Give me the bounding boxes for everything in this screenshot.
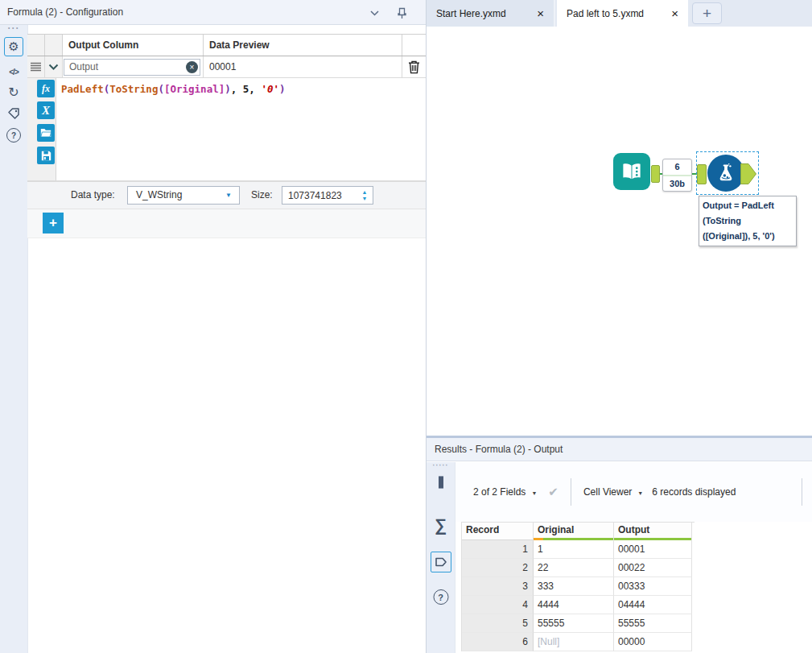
hamburger-icon: [31, 62, 41, 72]
connection-progress-badge[interactable]: 6 30b: [662, 159, 692, 192]
expression-row: × 00001: [27, 56, 426, 78]
column-header-output[interactable]: Output: [614, 523, 692, 540]
original-cell[interactable]: 4444: [534, 596, 614, 614]
tab-label: Pad left to 5.yxmd: [567, 8, 665, 19]
variables-button[interactable]: X: [37, 101, 55, 119]
new-tab-button[interactable]: +: [692, 2, 722, 24]
apply-check-icon[interactable]: ✔: [548, 485, 559, 499]
output-cell[interactable]: 04444: [614, 596, 692, 614]
toolbar-divider: [802, 478, 802, 506]
panel-pin-button[interactable]: [394, 6, 410, 20]
caret-down-icon[interactable]: ▼: [531, 490, 537, 496]
results-help-button[interactable]: ?: [433, 589, 448, 605]
records-view-button[interactable]: [439, 477, 443, 488]
table-row[interactable]: 6[Null]00000: [462, 633, 695, 651]
record-cell[interactable]: 4: [462, 596, 534, 614]
record-cell[interactable]: 5: [462, 614, 534, 633]
refresh-icon: ↻: [8, 85, 19, 100]
tab-start-here[interactable]: Start Here.yxmd ×: [427, 0, 555, 27]
fields-dropdown[interactable]: 2 of 2 Fields: [473, 486, 526, 498]
plus-icon: +: [703, 5, 711, 23]
spinner-up-icon[interactable]: ▲: [362, 189, 368, 196]
tab-expression-editor[interactable]: </>: [9, 68, 18, 76]
functions-button[interactable]: fx: [37, 80, 55, 97]
record-cell[interactable]: 6: [462, 633, 534, 651]
results-table: Record Original Output 11000012220002233…: [461, 522, 695, 651]
formula-token: PadLeft: [61, 83, 104, 95]
output-cell[interactable]: 00022: [614, 559, 692, 577]
tab-help[interactable]: ?: [6, 128, 21, 143]
tab-pad-left-to-5[interactable]: Pad left to 5.yxmd ×: [557, 0, 688, 27]
caret-down-icon[interactable]: ▼: [637, 490, 643, 496]
data-size: 30b: [663, 176, 691, 192]
formula-tool[interactable]: [707, 155, 744, 192]
gear-icon: ⚙: [8, 39, 19, 54]
formula-output-anchor[interactable]: [740, 163, 756, 184]
original-cell[interactable]: 1: [534, 540, 614, 559]
data-view-button[interactable]: [431, 552, 451, 572]
formula-expression[interactable]: PadLeft(ToString([Original]), 5, '0'): [61, 83, 422, 95]
original-cell[interactable]: 333: [534, 577, 614, 596]
output-cell[interactable]: 00000: [614, 633, 692, 651]
column-header-record[interactable]: Record: [462, 523, 534, 540]
add-expression-button[interactable]: +: [43, 213, 64, 234]
variable-x-icon: X: [42, 104, 50, 118]
output-anchor[interactable]: [651, 165, 660, 183]
data-preview-value: 00001: [209, 61, 236, 72]
tool-annotation[interactable]: Output = PadLeft (ToString ([Original]),…: [699, 196, 797, 246]
open-expression-button[interactable]: [37, 124, 55, 142]
text-input-tool[interactable]: [613, 153, 650, 190]
record-cell[interactable]: 1: [462, 540, 534, 559]
configuration-panel: Formula (2) - Configuration ··· ⚙ </>: [0, 0, 427, 653]
output-column-input[interactable]: [64, 59, 200, 76]
original-cell[interactable]: 55555: [534, 614, 614, 633]
data-type-dropdown[interactable]: V_WString ▼: [127, 186, 240, 205]
table-row[interactable]: 55555555555: [462, 614, 695, 633]
workflow-canvas[interactable]: 6 30b Output = PadLeft (ToString ([Origi…: [427, 27, 812, 436]
drag-handle-dots[interactable]: ·····: [427, 461, 455, 469]
table-row[interactable]: 22200022: [462, 559, 695, 577]
save-expression-button[interactable]: [37, 147, 55, 164]
close-tab-icon[interactable]: ×: [537, 7, 544, 19]
size-spinner: ▲ ▼: [358, 187, 371, 204]
profile-view-button[interactable]: ∑: [435, 515, 447, 535]
expression-drag-handle[interactable]: [27, 56, 45, 77]
tab-annotation[interactable]: [7, 107, 20, 120]
formula-token: (: [158, 83, 164, 95]
clear-field-button[interactable]: ×: [186, 61, 198, 73]
panel-collapse-button[interactable]: [366, 6, 382, 20]
output-cell[interactable]: 00001: [614, 540, 692, 559]
input-anchor[interactable]: [697, 164, 707, 184]
tag-icon: [7, 107, 20, 120]
book-icon: [620, 159, 644, 184]
formula-editor-gutter: fx X: [27, 78, 56, 180]
question-icon: ?: [438, 593, 443, 602]
tab-configuration[interactable]: ⚙: [4, 37, 23, 56]
data-type-row: Data type: V_WString ▼ Size: ▲ ▼: [27, 181, 426, 209]
expression-expand-toggle[interactable]: [45, 56, 63, 77]
original-cell[interactable]: [Null]: [534, 633, 614, 651]
formula-token: [Original]: [164, 83, 225, 95]
results-table-header: Record Original Output: [462, 522, 695, 540]
column-type-underline: [462, 539, 533, 540]
spinner-down-icon[interactable]: ▼: [362, 196, 368, 202]
tab-test-values[interactable]: ↻: [8, 85, 19, 100]
cell-viewer-dropdown[interactable]: Cell Viewer: [583, 486, 632, 498]
configuration-panel-header: Formula (2) - Configuration: [0, 0, 426, 25]
table-row[interactable]: 4444404444: [462, 596, 695, 614]
original-cell[interactable]: 22: [534, 559, 614, 577]
table-row[interactable]: 1100001: [462, 540, 695, 559]
output-cell[interactable]: 00333: [614, 577, 692, 596]
record-cell[interactable]: 3: [462, 577, 534, 596]
output-cell[interactable]: 55555: [614, 614, 692, 633]
drag-handle-dots[interactable]: ···: [0, 23, 27, 34]
records-displayed-label: 6 records displayed: [652, 486, 736, 498]
table-row[interactable]: 333300333: [462, 577, 695, 596]
delete-expression-button[interactable]: [402, 56, 426, 77]
record-cell[interactable]: 2: [462, 559, 534, 577]
close-tab-icon[interactable]: ×: [671, 7, 678, 19]
size-input[interactable]: [282, 187, 362, 204]
drag-column-header: [27, 35, 45, 56]
column-header-original[interactable]: Original: [534, 523, 614, 540]
actions-column-header: [402, 35, 426, 56]
